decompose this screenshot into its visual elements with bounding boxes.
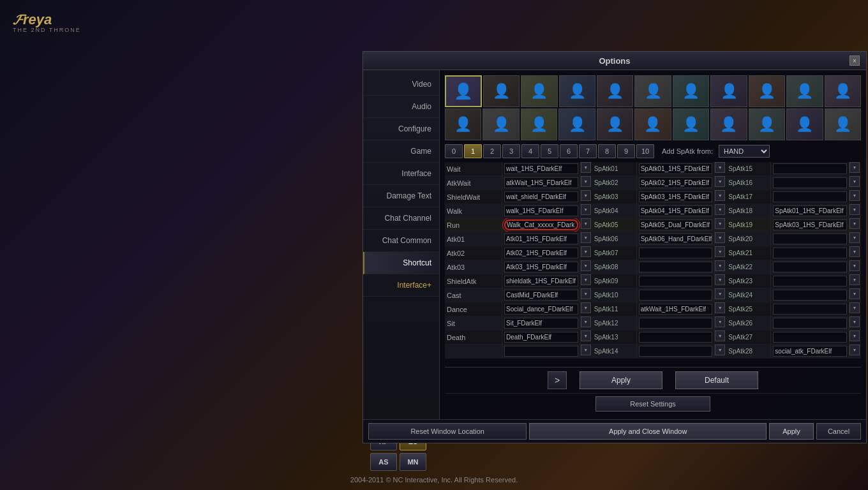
spatk-dropdown-13[interactable]: ▼: [715, 345, 725, 355]
spatk2-dropdown-2[interactable]: ▼: [849, 190, 860, 201]
portrait-1[interactable]: 👤: [445, 75, 482, 107]
spatk-dropdown-10[interactable]: ▼: [715, 302, 725, 313]
spatk-select-13[interactable]: [639, 346, 713, 357]
portrait-15[interactable]: 👤: [558, 108, 595, 140]
portrait-7[interactable]: 👤: [673, 75, 709, 107]
spatk-dropdown-5[interactable]: ▼: [715, 232, 725, 243]
anim-select-5[interactable]: Atk01_1HS_FDarkElf: [504, 234, 578, 244]
spatk2-dropdown-7[interactable]: ▼: [849, 260, 860, 271]
portrait-18[interactable]: 👤: [673, 108, 709, 140]
portrait-9[interactable]: 👤: [749, 75, 785, 107]
spatk2-dropdown-0[interactable]: ▼: [849, 162, 860, 173]
portrait-19[interactable]: 👤: [710, 108, 747, 140]
apply-small-button[interactable]: Apply: [769, 423, 814, 440]
portrait-2[interactable]: 👤: [483, 75, 520, 107]
spatk2-dropdown-4[interactable]: ▼: [849, 218, 860, 229]
tab-8[interactable]: 8: [598, 144, 616, 158]
spatk-select-6[interactable]: [639, 248, 713, 258]
spatk-select-7[interactable]: [639, 262, 713, 272]
tab-3[interactable]: 3: [502, 144, 520, 158]
nav-chat-common[interactable]: Chat Common: [363, 230, 439, 252]
portrait-20[interactable]: 👤: [749, 108, 785, 140]
spatk2-dropdown-9[interactable]: ▼: [849, 288, 860, 299]
as-button[interactable]: AS: [370, 453, 397, 471]
spatk-dropdown-2[interactable]: ▼: [715, 190, 725, 201]
spatk-select-5[interactable]: SpAtk06_Hand_FDarkElf: [639, 234, 713, 244]
spatk2-select-4[interactable]: SpAtk03_1HS_FDarkElf: [773, 219, 847, 230]
portrait-3[interactable]: 👤: [521, 75, 557, 107]
nav-video[interactable]: Video: [363, 73, 439, 96]
portrait-11[interactable]: 👤: [825, 75, 861, 107]
nav-configure[interactable]: Configure: [363, 118, 439, 140]
spatk-select-4[interactable]: SpAtk05_Dual_FDarkElf: [639, 219, 713, 230]
spatk2-select-9[interactable]: [773, 290, 847, 301]
anim-dropdown-3[interactable]: ▼: [581, 204, 591, 215]
tab-0[interactable]: 0: [445, 144, 463, 158]
spatk-dropdown-11[interactable]: ▼: [715, 316, 725, 327]
spatk2-dropdown-10[interactable]: ▼: [849, 302, 860, 313]
spatk2-select-6[interactable]: [773, 248, 847, 258]
reset-settings-button[interactable]: Reset Settings: [595, 396, 710, 412]
spatk-select-12[interactable]: [639, 332, 713, 343]
mn-button[interactable]: MN: [400, 453, 426, 471]
spatk2-select-2[interactable]: [773, 191, 847, 202]
anim-select-6[interactable]: Atk02_1HS_FDarkElf: [504, 248, 578, 258]
reset-window-button[interactable]: Reset Window Location: [368, 423, 527, 440]
anim-select-7[interactable]: Atk03_1HS_FDarkElf: [504, 262, 578, 272]
tab-10[interactable]: 10: [636, 144, 654, 158]
tab-4[interactable]: 4: [521, 144, 539, 158]
spatk-dropdown-1[interactable]: ▼: [715, 176, 725, 187]
anim-dropdown-5[interactable]: ▼: [581, 232, 591, 243]
anim-dropdown-1[interactable]: ▼: [581, 176, 591, 187]
nav-shortcut[interactable]: Shortcut: [363, 252, 439, 274]
tab-2[interactable]: 2: [483, 144, 501, 158]
anim-dropdown-10[interactable]: ▼: [581, 302, 591, 313]
spatk2-select-1[interactable]: [773, 177, 847, 188]
spatk-dropdown-3[interactable]: ▼: [715, 204, 725, 215]
anim-dropdown-7[interactable]: ▼: [581, 260, 591, 271]
spatk2-select-13[interactable]: social_atk_FDarkElf: [773, 346, 847, 357]
portrait-5[interactable]: 👤: [597, 75, 633, 107]
spatk-select-9[interactable]: [639, 290, 713, 301]
anim-select-13[interactable]: [504, 346, 578, 357]
dialog-close-button[interactable]: ×: [849, 56, 860, 66]
spatk2-dropdown-5[interactable]: ▼: [849, 232, 860, 243]
spatk2-select-5[interactable]: [773, 234, 847, 244]
anim-dropdown-8[interactable]: ▼: [581, 274, 591, 285]
anim-dropdown-6[interactable]: ▼: [581, 246, 591, 257]
portrait-21[interactable]: 👤: [786, 108, 823, 140]
spatk-dropdown-9[interactable]: ▼: [715, 288, 725, 299]
spatk2-dropdown-12[interactable]: ▼: [849, 330, 860, 341]
portrait-8[interactable]: 👤: [710, 75, 747, 107]
anim-dropdown-9[interactable]: ▼: [581, 288, 591, 299]
portrait-13[interactable]: 👤: [483, 108, 519, 140]
anim-select-9[interactable]: CastMid_FDarkElf: [504, 290, 578, 301]
tab-1[interactable]: 1: [464, 144, 482, 158]
tab-6[interactable]: 6: [560, 144, 578, 158]
anim-dropdown-4[interactable]: ▼: [581, 218, 591, 229]
tab-7[interactable]: 7: [579, 144, 597, 158]
anim-select-11[interactable]: Sit_FDarkElf: [504, 318, 578, 329]
spatk-dropdown-4[interactable]: ▼: [715, 218, 725, 229]
nav-interface-plus[interactable]: Interface+: [363, 274, 439, 297]
spatk-select-10[interactable]: atkWait_1HS_FDarkElf: [639, 304, 713, 315]
anim-select-0[interactable]: wait_1HS_FDarkElf: [504, 163, 578, 174]
spatk-dropdown-6[interactable]: ▼: [715, 246, 725, 257]
anim-select-8[interactable]: shieldatk_1HS_FDarkElf: [504, 276, 578, 286]
spatk-dropdown-7[interactable]: ▼: [715, 260, 725, 271]
tab-5[interactable]: 5: [541, 144, 558, 158]
spatk2-dropdown-1[interactable]: ▼: [849, 176, 860, 187]
anim-select-2[interactable]: wait_shield_FDarkElf: [504, 191, 578, 202]
nav-chat-channel[interactable]: Chat Channel: [363, 207, 439, 230]
spatk2-select-8[interactable]: [773, 276, 847, 286]
hand-select[interactable]: HAND: [719, 145, 770, 158]
nav-damage-text[interactable]: Damage Text: [363, 185, 439, 207]
spatk2-dropdown-6[interactable]: ▼: [849, 246, 860, 257]
spatk2-select-0[interactable]: [773, 163, 847, 174]
anim-select-3[interactable]: walk_1HS_FDarkElf: [504, 205, 578, 216]
apply-close-button[interactable]: Apply and Close Window: [529, 423, 767, 440]
anim-dropdown-13[interactable]: ▼: [581, 345, 591, 355]
anim-dropdown-12[interactable]: ▼: [581, 330, 591, 341]
spatk-select-3[interactable]: SpAtk04_1HS_FDarkElf: [639, 205, 713, 216]
spatk-dropdown-12[interactable]: ▼: [715, 330, 725, 341]
